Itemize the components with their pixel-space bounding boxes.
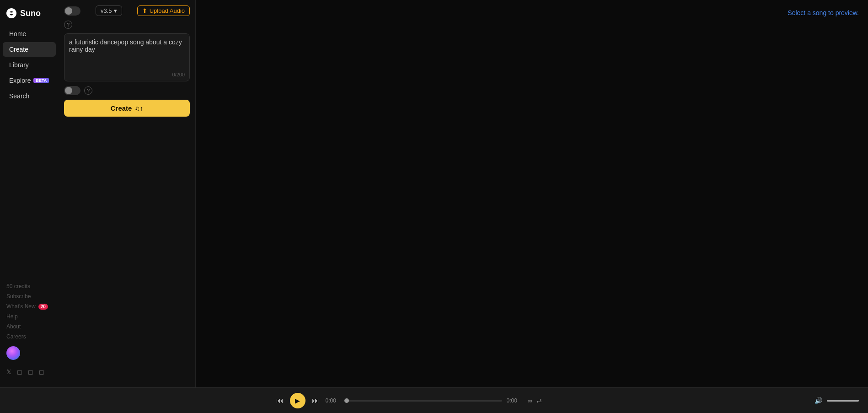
- sidebar: Suno Home Create Library Explore BETA Se…: [0, 0, 59, 387]
- discord-icon[interactable]: ◻: [39, 368, 44, 375]
- progress-dot: [344, 398, 349, 403]
- char-count: 0/200: [172, 72, 185, 77]
- sidebar-item-library-label: Library: [9, 61, 29, 69]
- create-panel: v3.5 ▾ ⬆ Upload Audio ? a futuristic dan…: [59, 0, 196, 387]
- get-credits-link[interactable]: 50 credits: [6, 283, 52, 290]
- beta-badge: BETA: [33, 78, 49, 83]
- song-description-help-icon[interactable]: ?: [64, 21, 72, 29]
- whats-new-badge: 20: [38, 304, 48, 310]
- instagram-icon[interactable]: ◻: [17, 368, 22, 375]
- create-panel-top: v3.5 ▾ ⬆ Upload Audio: [64, 5, 190, 16]
- tiktok-icon[interactable]: ◻: [28, 368, 33, 375]
- upload-icon: ⬆: [142, 7, 147, 14]
- preview-area: Select a song to preview.: [196, 0, 868, 387]
- loop-button[interactable]: ∞: [528, 397, 532, 404]
- social-icons: 𝕏 ◻ ◻ ◻: [6, 366, 52, 377]
- volume-icon[interactable]: 🔊: [814, 397, 822, 404]
- careers-link[interactable]: Careers: [6, 333, 52, 340]
- next-button[interactable]: ⏭: [310, 395, 321, 407]
- sidebar-item-explore-label: Explore: [9, 77, 31, 84]
- help-link[interactable]: Help: [6, 313, 52, 320]
- create-button-label: Create: [111, 104, 132, 112]
- select-song-text: Select a song to preview.: [788, 9, 859, 16]
- create-button[interactable]: Create ♫↑: [64, 100, 190, 117]
- instrumental-row: ?: [64, 86, 190, 95]
- sidebar-item-home[interactable]: Home: [3, 27, 56, 41]
- volume-fill: [827, 400, 859, 402]
- subscribe-link[interactable]: Subscribe: [6, 293, 52, 300]
- player-right: 🔊: [814, 397, 859, 404]
- time-total: 0:00: [507, 397, 523, 404]
- sidebar-item-search[interactable]: Search: [3, 89, 56, 103]
- instrumental-help-icon[interactable]: ?: [84, 86, 92, 95]
- version-button[interactable]: v3.5 ▾: [96, 5, 122, 16]
- sidebar-nav: Home Create Library Explore BETA Search: [0, 27, 59, 279]
- instrumental-toggle-thumb: [65, 87, 72, 94]
- song-description-area: a futuristic dancepop song about a cozy …: [64, 33, 190, 81]
- shuffle-button[interactable]: ⇄: [536, 397, 542, 404]
- bottom-player: ⏮ ▶ ⏭ 0:00 0:00 ∞ ⇄ 🔊: [0, 387, 868, 413]
- upload-audio-button[interactable]: ⬆ Upload Audio: [137, 5, 190, 16]
- sidebar-item-home-label: Home: [9, 30, 26, 38]
- logo-text: Suno: [20, 9, 41, 18]
- help-row: ?: [64, 21, 190, 29]
- twitter-icon[interactable]: 𝕏: [6, 368, 11, 375]
- time-current: 0:00: [326, 397, 342, 404]
- about-link[interactable]: About: [6, 323, 52, 330]
- create-button-icon: ♫↑: [134, 104, 143, 112]
- prev-button[interactable]: ⏮: [274, 395, 285, 407]
- sidebar-item-explore[interactable]: Explore BETA: [3, 73, 56, 88]
- version-label: v3.5: [101, 7, 112, 14]
- sidebar-item-search-label: Search: [9, 92, 29, 100]
- sidebar-item-create-label: Create: [9, 46, 28, 53]
- whats-new-row: What's New 20: [6, 303, 52, 310]
- chevron-down-icon: ▾: [114, 7, 117, 14]
- sidebar-item-library[interactable]: Library: [3, 58, 56, 72]
- sidebar-item-create[interactable]: Create: [3, 42, 56, 57]
- upload-audio-label: Upload Audio: [150, 7, 185, 14]
- toggle-thumb: [65, 7, 72, 15]
- logo[interactable]: Suno: [0, 5, 59, 27]
- suno-logo-icon: [6, 8, 16, 18]
- volume-bar[interactable]: [827, 400, 859, 402]
- svg-point-0: [6, 8, 16, 18]
- sidebar-bottom: 50 credits Subscribe What's New 20 Help …: [0, 279, 59, 382]
- player-controls: ⏮ ▶ ⏭ 0:00 0:00 ∞ ⇄: [9, 393, 807, 408]
- whats-new-link[interactable]: What's New: [6, 303, 36, 310]
- song-description-input[interactable]: a futuristic dancepop song about a cozy …: [69, 38, 185, 75]
- play-icon: ▶: [295, 397, 300, 404]
- custom-mode-toggle[interactable]: [64, 6, 80, 16]
- instrumental-toggle[interactable]: [64, 86, 80, 95]
- progress-bar[interactable]: [347, 400, 502, 402]
- user-avatar[interactable]: [6, 346, 20, 360]
- play-button[interactable]: ▶: [290, 393, 305, 408]
